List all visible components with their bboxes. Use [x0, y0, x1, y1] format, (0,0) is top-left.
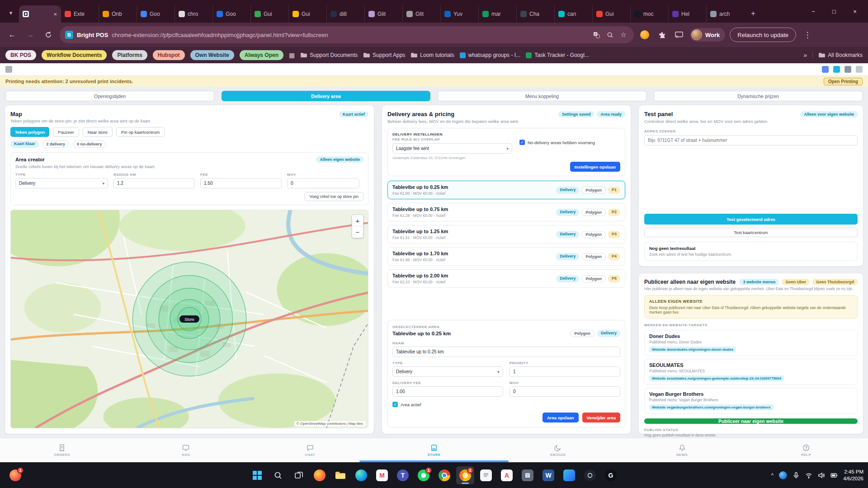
bookmark-folder[interactable]: Loom tutorials — [410, 52, 454, 58]
bookmark-chip[interactable]: Own Website — [190, 50, 234, 60]
back-button[interactable]: ← — [5, 28, 19, 42]
bookmark-folder[interactable]: Support Apps — [363, 52, 405, 58]
maximize-button[interactable]: □ — [824, 0, 844, 23]
browser-tab[interactable]: Onb — [99, 5, 137, 23]
delivery-fee-input[interactable] — [392, 386, 503, 397]
delete-area-button[interactable]: Verwijder area — [582, 413, 620, 422]
extensions-puzzle-button[interactable] — [656, 28, 668, 41]
extension-shortcut-button[interactable] — [638, 28, 651, 41]
teams-button[interactable]: T — [394, 466, 412, 484]
browser-tab[interactable]: Glit — [402, 5, 440, 23]
browser-tab[interactable]: mar — [478, 5, 516, 23]
battery-icon[interactable] — [830, 472, 838, 479]
notepad-button[interactable] — [477, 466, 495, 484]
nav-snooze[interactable]: SNOOZE — [496, 444, 620, 457]
browser-tab[interactable]: Gui — [250, 5, 288, 23]
browser-menu-button[interactable]: ⋮ — [801, 28, 814, 42]
taskbar-clock[interactable]: 2:45 PM 4/6/2026 — [843, 469, 863, 482]
acrobat-button[interactable]: A — [498, 466, 516, 484]
minimize-button[interactable]: − — [803, 0, 824, 23]
nav-kds[interactable]: KDS — [124, 444, 248, 457]
no-delivery-priority-checkbox[interactable]: ✓ — [519, 140, 525, 145]
test-address-button[interactable]: Test geselecteerd adres — [644, 214, 858, 225]
bookmark-item[interactable]: whatsapp groups - I... — [460, 52, 520, 58]
map-canvas[interactable]: Store + − © OpenStreetMap contributors |… — [10, 210, 368, 428]
settings-icon[interactable] — [856, 66, 863, 73]
priority-input[interactable] — [509, 366, 620, 377]
calculator-button[interactable] — [519, 466, 537, 484]
profile-button[interactable]: Work — [690, 28, 725, 42]
tab-close-icon[interactable]: × — [53, 11, 57, 18]
pin-map-center-button[interactable]: Pin op kaartcentrum — [116, 127, 165, 137]
nav-help[interactable]: HELP — [744, 444, 868, 457]
word-button[interactable]: W — [539, 466, 557, 484]
browser-tab[interactable]: Goo — [212, 5, 250, 23]
browser-tab[interactable]: di8 — [326, 5, 364, 23]
task-view-button[interactable] — [290, 466, 308, 484]
bookmark-chip[interactable]: Platforms — [112, 50, 147, 60]
bookmark-star-icon[interactable]: ☆ — [618, 30, 628, 40]
fee-input[interactable] — [200, 178, 282, 188]
open-printing-button[interactable]: Open Printing — [824, 78, 863, 85]
share-icon[interactable] — [822, 66, 829, 73]
tray-expand-button[interactable]: ^ — [771, 472, 774, 479]
radius-input[interactable] — [113, 178, 195, 188]
browser-tab[interactable]: Glit — [364, 5, 402, 23]
file-explorer-button[interactable] — [331, 466, 349, 484]
view-tab[interactable]: Dynamische prijzen — [654, 91, 863, 101]
fee-rule-select[interactable]: Laagste fee wint ▾ — [392, 143, 512, 154]
bookmarks-overflow-button[interactable]: » — [804, 52, 807, 59]
tab-search-button[interactable]: ▾ — [5, 6, 17, 19]
brand-website-target[interactable]: Website donerdudes.nl/groningen-doner-du… — [649, 347, 736, 352]
apps-grid-icon[interactable]: ▦ — [289, 52, 295, 59]
address-bar[interactable]: B Bright POS chrome-extension://pfpclfca… — [60, 26, 634, 43]
mail-button[interactable]: M — [373, 466, 391, 484]
relaunch-button[interactable]: Relaunch to update — [730, 28, 796, 42]
translate-icon[interactable]: A — [591, 30, 601, 40]
browser-tab[interactable]: Cha — [516, 5, 554, 23]
browser-tab[interactable]: Gui — [592, 5, 630, 23]
area-name-input[interactable] — [392, 347, 620, 357]
wifi-icon[interactable] — [805, 472, 812, 479]
creator-type-select[interactable]: Delivery ▾ — [15, 178, 108, 188]
to-store-button[interactable]: Naar store — [83, 127, 113, 137]
add-circle-button[interactable]: Voeg cirkel toe op store pin — [304, 192, 363, 201]
browser-tab[interactable]: Gui — [288, 5, 326, 23]
monitor-icon[interactable] — [844, 66, 851, 73]
area-list-item[interactable]: Tablevibe up to 1.25 km Fee €1.51 · MOV … — [387, 225, 625, 244]
address-search-input[interactable] — [644, 135, 858, 145]
all-bookmarks-button[interactable]: All Bookmarks — [812, 52, 863, 58]
view-tab[interactable]: Menu koppeling — [438, 91, 646, 101]
publish-button[interactable]: Publiceer naar eigen website — [644, 418, 858, 424]
edge-button[interactable] — [352, 466, 370, 484]
browser-tab[interactable]: can — [554, 5, 592, 23]
area-list-item[interactable]: Tablevibe up to 0.25 km Fee €1.00 · MOV … — [387, 181, 625, 199]
chrome-button[interactable] — [435, 466, 453, 484]
cast-button[interactable] — [673, 28, 685, 41]
brand-website-target[interactable]: Website veganburgerbrothers.com/groninge… — [649, 404, 774, 410]
zoom-in-button[interactable]: + — [352, 215, 363, 226]
taskbar-search-button[interactable] — [269, 466, 287, 484]
browser-tab[interactable]: chro — [175, 5, 212, 23]
nav-news[interactable]: NEWS — [620, 444, 744, 457]
area-list-item[interactable]: Tablevibe up to 1.70 km Fee €1.88 · MOV … — [387, 247, 625, 266]
brand-website-target[interactable]: Website seoulmates.nu/groningen-gedempte… — [649, 375, 784, 381]
close-window-button[interactable]: × — [844, 0, 865, 23]
browser-tab[interactable]: moc — [630, 5, 668, 23]
zoom-out-button[interactable]: − — [352, 226, 363, 238]
bookmark-chip[interactable]: Hubspot — [153, 50, 185, 60]
nav-store[interactable]: STORE — [372, 444, 496, 457]
forward-button[interactable]: → — [24, 28, 37, 42]
chrome-work-button[interactable]: 1 — [456, 466, 474, 484]
view-tab[interactable]: Openingstijden — [5, 91, 214, 101]
notifications-app-button[interactable]: 1 — [6, 466, 24, 484]
github-button[interactable]: G — [602, 466, 620, 484]
search-icon[interactable] — [605, 30, 615, 40]
nav-chat[interactable]: CHAT — [248, 444, 372, 457]
area-active-checkbox[interactable]: ✓ — [392, 402, 398, 407]
area-list-item[interactable]: Tablevibe up to 0.75 km Fee €1.28 · MOV … — [387, 203, 625, 221]
save-area-button[interactable]: Area opslaan — [542, 413, 579, 422]
microphone-icon[interactable] — [793, 472, 800, 479]
area-list-item[interactable]: Tablevibe up to 2.00 km Fee €2.23 · MOV … — [387, 269, 625, 288]
chat-panel-icon[interactable] — [833, 66, 840, 73]
